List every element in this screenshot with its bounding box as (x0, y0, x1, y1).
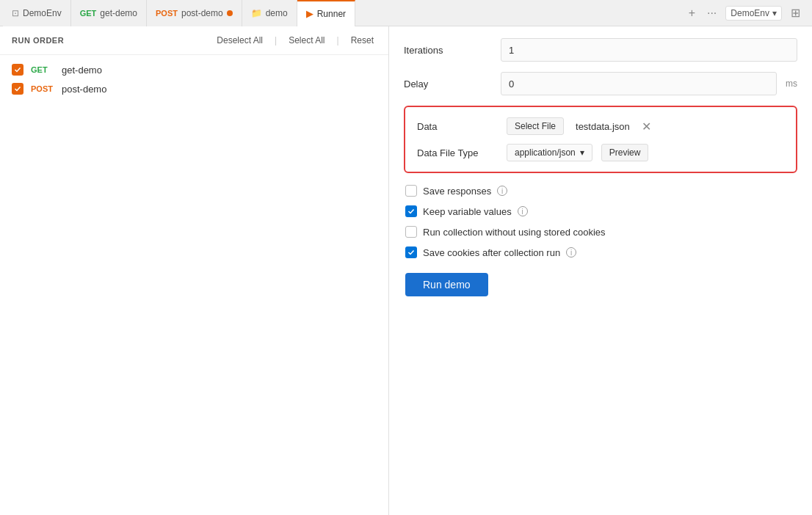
save-responses-row: Save responses i (404, 185, 797, 197)
right-panel: Iterations Delay ms Data Select File tes… (389, 26, 812, 515)
run-without-cookies-checkbox[interactable] (405, 226, 417, 238)
item-name-get-demo: get-demo (62, 65, 102, 76)
method-get: GET (31, 65, 54, 74)
method-post: POST (31, 84, 54, 93)
save-cookies-label: Save cookies after collection run (423, 247, 560, 258)
save-cookies-row: Save cookies after collection run i (404, 246, 797, 258)
info-text: i (570, 249, 572, 257)
environment-selector[interactable]: DemoEnv ▾ (725, 6, 782, 21)
plus-icon: + (689, 7, 695, 20)
delay-label: Delay (404, 78, 492, 90)
save-responses-checkbox[interactable] (405, 185, 417, 197)
data-file-type-label: Data File Type (417, 147, 498, 158)
left-panel: RUN ORDER Deselect All | Select All | Re… (0, 26, 389, 515)
run-without-cookies-label: Run collection without using stored cook… (423, 227, 606, 238)
delay-suffix: ms (786, 78, 797, 89)
main-layout: RUN ORDER Deselect All | Select All | Re… (0, 26, 812, 515)
more-options-button[interactable]: ··· (704, 4, 719, 23)
file-type-value: application/json (515, 147, 576, 158)
separator: | (275, 35, 277, 45)
info-text: i (522, 208, 523, 216)
layout-button[interactable]: ⊞ (788, 3, 803, 23)
file-name: testdata.json (576, 121, 630, 132)
method-badge-post: POST (156, 9, 178, 18)
tab-label: post-demo (181, 8, 223, 18)
data-file-type-row: Data File Type application/json ▾ Previe… (417, 144, 784, 161)
new-tab-button[interactable]: + (686, 4, 698, 23)
chevron-down-icon: ▾ (772, 8, 777, 18)
file-clear-button[interactable]: ✕ (642, 120, 651, 134)
tab-demoenv[interactable]: ⊡ DemoEnv (3, 0, 71, 26)
file-type-dropdown[interactable]: application/json ▾ (507, 144, 592, 161)
tab-runner[interactable]: ▶ Runner (297, 0, 355, 26)
deselect-all-button[interactable]: Deselect All (214, 34, 266, 47)
tab-demo[interactable]: 📁 demo (242, 0, 297, 26)
runner-play-icon: ▶ (306, 8, 313, 19)
item-checkbox-post-demo[interactable] (12, 83, 23, 95)
unsaved-dot (227, 10, 233, 16)
iterations-row: Iterations (404, 38, 797, 62)
method-badge-get: GET (80, 9, 97, 18)
iterations-label: Iterations (404, 45, 492, 56)
tab-post-demo[interactable]: POST post-demo (147, 0, 242, 26)
save-cookies-info-icon[interactable]: i (566, 247, 576, 258)
keep-variable-values-info-icon[interactable]: i (518, 206, 528, 216)
tab-bar: ⊡ DemoEnv GET get-demo POST post-demo 📁 … (0, 0, 812, 26)
tab-label: get-demo (100, 8, 137, 18)
select-file-button[interactable]: Select File (507, 117, 564, 135)
save-cookies-checkbox[interactable] (405, 246, 417, 258)
delay-row: Delay ms (404, 72, 797, 95)
tab-label: demo (266, 8, 288, 18)
save-responses-label: Save responses (423, 186, 491, 197)
layout-icon: ⊞ (791, 6, 800, 20)
select-all-button[interactable]: Select All (286, 34, 327, 47)
run-list: GET get-demo POST post-demo (0, 55, 388, 103)
iterations-input[interactable] (501, 38, 797, 62)
tab-label: DemoEnv (23, 8, 62, 18)
keep-variable-values-checkbox[interactable] (405, 205, 417, 217)
data-row: Data Select File testdata.json ✕ (417, 117, 784, 135)
preview-button[interactable]: Preview (601, 144, 649, 161)
chevron-down-icon: ▾ (580, 147, 584, 158)
list-item: POST post-demo (12, 83, 377, 95)
run-order-header: RUN ORDER Deselect All | Select All | Re… (0, 26, 388, 55)
run-order-title: RUN ORDER (12, 36, 64, 45)
env-icon: ⊡ (12, 8, 19, 18)
list-item: GET get-demo (12, 64, 377, 76)
data-label: Data (417, 121, 498, 132)
data-section: Data Select File testdata.json ✕ Data Fi… (404, 106, 797, 173)
info-text: i (501, 187, 503, 195)
keep-variable-values-row: Keep variable values i (404, 205, 797, 217)
save-responses-info-icon[interactable]: i (497, 186, 507, 196)
tab-label: Runner (317, 9, 346, 19)
run-demo-button[interactable]: Run demo (405, 273, 488, 296)
item-name-post-demo: post-demo (62, 84, 106, 95)
item-checkbox-get-demo[interactable] (12, 64, 23, 76)
separator2: | (337, 35, 339, 45)
ellipsis-icon: ··· (707, 7, 717, 20)
keep-variable-values-label: Keep variable values (423, 206, 512, 217)
env-selector-label: DemoEnv (731, 8, 769, 18)
tab-bar-actions: + ··· DemoEnv ▾ ⊞ (686, 3, 809, 23)
run-without-cookies-row: Run collection without using stored cook… (404, 226, 797, 238)
reset-button[interactable]: Reset (348, 34, 377, 47)
delay-input[interactable] (501, 72, 777, 95)
tab-get-demo[interactable]: GET get-demo (71, 0, 147, 26)
collection-icon: 📁 (251, 8, 262, 18)
